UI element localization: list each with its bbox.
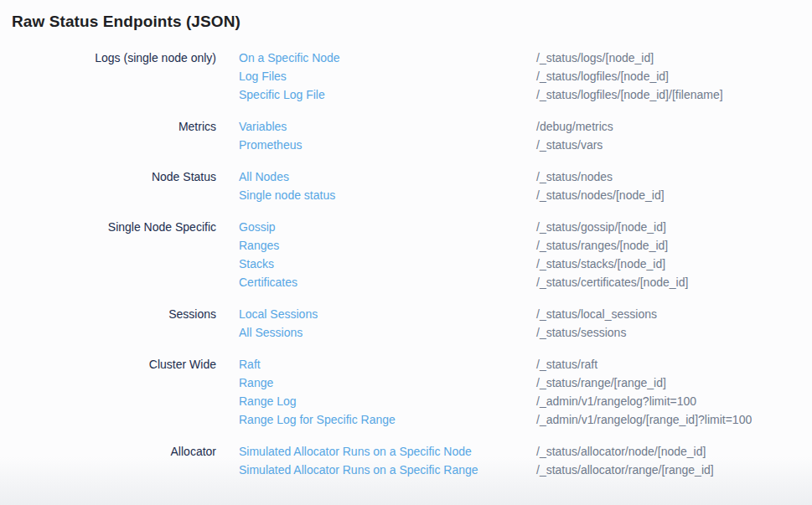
endpoint-link[interactable]: On a Specific Node bbox=[239, 49, 536, 67]
endpoint-row: On a Specific Node /_status/logs/[node_i… bbox=[239, 49, 723, 67]
endpoint-group: Metrics Variables /debug/metrics Prometh… bbox=[12, 117, 812, 154]
endpoint-link[interactable]: All Nodes bbox=[239, 167, 536, 186]
entry-list: Gossip /_status/gossip/[node_id] Ranges … bbox=[239, 218, 688, 291]
endpoint-row: Certificates /_status/certificates/[node… bbox=[239, 273, 688, 291]
endpoint-path: /_admin/v1/rangelog?limit=100 bbox=[536, 392, 696, 410]
endpoint-group: Sessions Local Sessions /_status/local_s… bbox=[12, 305, 812, 342]
endpoint-row: Range Log /_admin/v1/rangelog?limit=100 bbox=[239, 392, 752, 410]
entry-list: On a Specific Node /_status/logs/[node_i… bbox=[239, 49, 723, 104]
endpoint-link[interactable]: Range Log bbox=[239, 392, 536, 410]
category-label: Metrics bbox=[12, 117, 216, 154]
endpoint-row: Single node status /_status/nodes/[node_… bbox=[239, 186, 665, 204]
endpoint-path: /_status/allocator/range/[range_id] bbox=[536, 461, 714, 479]
endpoint-path: /_status/logfiles/[node_id] bbox=[536, 67, 669, 85]
endpoint-link[interactable]: Stacks bbox=[239, 255, 536, 273]
endpoint-row: Log Files /_status/logfiles/[node_id] bbox=[239, 67, 723, 85]
endpoint-path: /_status/ranges/[node_id] bbox=[536, 236, 668, 255]
endpoint-path: /_status/nodes bbox=[536, 167, 613, 186]
endpoint-row: Gossip /_status/gossip/[node_id] bbox=[239, 218, 688, 236]
endpoint-path: /_status/certificates/[node_id] bbox=[536, 273, 688, 291]
endpoint-link[interactable]: Certificates bbox=[239, 273, 536, 291]
endpoint-link[interactable]: Prometheus bbox=[239, 136, 536, 154]
endpoint-row: Local Sessions /_status/local_sessions bbox=[239, 305, 657, 323]
endpoint-link[interactable]: Gossip bbox=[239, 218, 536, 236]
category-label: Sessions bbox=[12, 305, 216, 342]
endpoint-link[interactable]: Simulated Allocator Runs on a Specific N… bbox=[239, 442, 536, 461]
endpoint-path: /_status/nodes/[node_id] bbox=[536, 186, 665, 204]
endpoint-link[interactable]: Variables bbox=[239, 117, 536, 136]
endpoint-group: Node Status All Nodes /_status/nodes Sin… bbox=[12, 167, 812, 204]
endpoint-path: /_status/range/[range_id] bbox=[536, 374, 666, 392]
endpoint-row: Simulated Allocator Runs on a Specific N… bbox=[239, 442, 714, 461]
endpoint-link[interactable]: Single node status bbox=[239, 186, 536, 204]
endpoint-row: Ranges /_status/ranges/[node_id] bbox=[239, 236, 688, 255]
endpoint-path: /_status/logs/[node_id] bbox=[536, 49, 654, 67]
entry-list: Simulated Allocator Runs on a Specific N… bbox=[239, 442, 714, 479]
endpoint-groups: Logs (single node only) On a Specific No… bbox=[12, 49, 812, 479]
endpoint-row: Range Log for Specific Range /_admin/v1/… bbox=[239, 410, 752, 429]
category-label: Allocator bbox=[12, 442, 216, 479]
page-title: Raw Status Endpoints (JSON) bbox=[12, 11, 812, 33]
endpoint-link[interactable]: Simulated Allocator Runs on a Specific R… bbox=[239, 461, 536, 479]
endpoint-path: /_status/allocator/node/[node_id] bbox=[536, 442, 706, 461]
endpoint-path: /_status/vars bbox=[536, 136, 603, 154]
endpoint-path: /_status/gossip/[node_id] bbox=[536, 218, 666, 236]
endpoint-path: /_status/local_sessions bbox=[536, 305, 657, 323]
endpoint-link[interactable]: All Sessions bbox=[239, 323, 536, 342]
category-label: Logs (single node only) bbox=[12, 49, 216, 104]
category-label: Cluster Wide bbox=[12, 355, 216, 429]
endpoint-path: /_status/sessions bbox=[536, 323, 626, 342]
entry-list: All Nodes /_status/nodes Single node sta… bbox=[239, 167, 665, 204]
endpoint-row: Range /_status/range/[range_id] bbox=[239, 374, 752, 392]
endpoint-group: Single Node Specific Gossip /_status/gos… bbox=[12, 218, 812, 291]
endpoint-link[interactable]: Range Log for Specific Range bbox=[239, 410, 536, 429]
endpoint-group: Cluster Wide Raft /_status/raft Range /_… bbox=[12, 355, 812, 429]
endpoint-row: All Nodes /_status/nodes bbox=[239, 167, 665, 186]
endpoint-row: Prometheus /_status/vars bbox=[239, 136, 613, 154]
debug-endpoints-page: Raw Status Endpoints (JSON) Logs (single… bbox=[0, 0, 812, 505]
endpoint-path: /_status/stacks/[node_id] bbox=[536, 255, 665, 273]
endpoint-row: Specific Log File /_status/logfiles/[nod… bbox=[239, 85, 723, 104]
entry-list: Raft /_status/raft Range /_status/range/… bbox=[239, 355, 752, 429]
endpoint-path: /debug/metrics bbox=[536, 117, 613, 136]
endpoint-link[interactable]: Local Sessions bbox=[239, 305, 536, 323]
entry-list: Local Sessions /_status/local_sessions A… bbox=[239, 305, 657, 342]
endpoint-row: All Sessions /_status/sessions bbox=[239, 323, 657, 342]
category-label: Single Node Specific bbox=[12, 218, 216, 291]
endpoint-group: Logs (single node only) On a Specific No… bbox=[12, 49, 812, 104]
endpoint-row: Variables /debug/metrics bbox=[239, 117, 613, 136]
endpoint-link[interactable]: Range bbox=[239, 374, 536, 392]
endpoint-row: Stacks /_status/stacks/[node_id] bbox=[239, 255, 688, 273]
endpoint-group: Allocator Simulated Allocator Runs on a … bbox=[12, 442, 812, 479]
entry-list: Variables /debug/metrics Prometheus /_st… bbox=[239, 117, 613, 154]
endpoint-path: /_status/raft bbox=[536, 355, 597, 374]
endpoint-path: /_status/logfiles/[node_id]/[filename] bbox=[536, 85, 723, 104]
endpoint-link[interactable]: Ranges bbox=[239, 236, 536, 255]
endpoint-row: Simulated Allocator Runs on a Specific R… bbox=[239, 461, 714, 479]
endpoint-link[interactable]: Specific Log File bbox=[239, 85, 536, 104]
endpoint-path: /_admin/v1/rangelog/[range_id]?limit=100 bbox=[536, 410, 752, 429]
endpoint-link[interactable]: Log Files bbox=[239, 67, 536, 85]
endpoint-link[interactable]: Raft bbox=[239, 355, 536, 374]
endpoint-row: Raft /_status/raft bbox=[239, 355, 752, 374]
category-label: Node Status bbox=[12, 167, 216, 204]
